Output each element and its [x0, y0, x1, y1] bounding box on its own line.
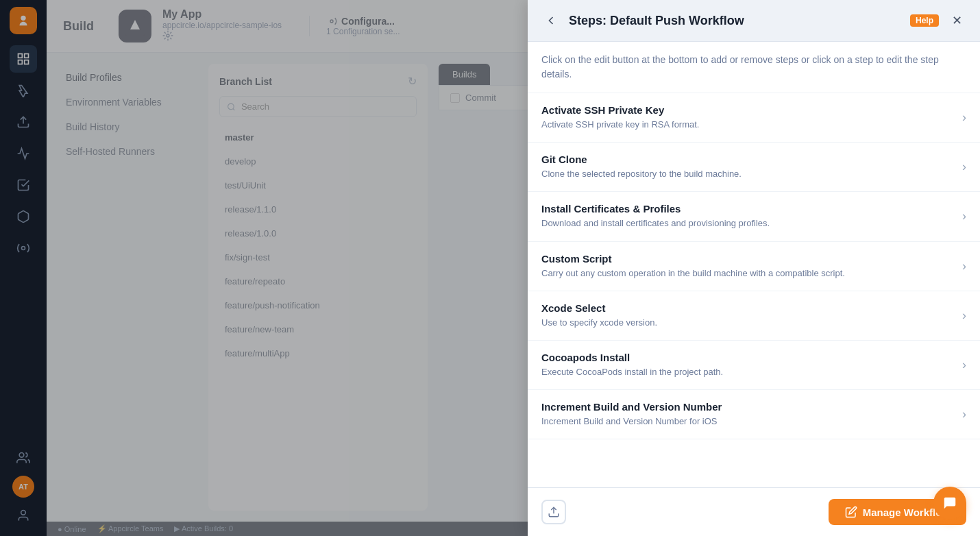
step-item-increment[interactable]: Increment Build and Version Number Incre… — [528, 390, 980, 439]
pencil-icon — [845, 506, 857, 518]
drawer-close-button[interactable]: ✕ — [947, 11, 966, 30]
step-script-arrow: › — [962, 259, 966, 273]
steps-drawer: Steps: Default Push Workflow Help ✕ Clic… — [528, 0, 980, 536]
step-xcode-desc: Use to specify xcode version. — [541, 317, 954, 329]
step-item-cocoapods[interactable]: Cocoapods Install Execute CocoaPods inst… — [528, 341, 980, 390]
drawer-back-button[interactable] — [541, 11, 561, 30]
step-ssh-desc: Activate SSH private key in RSA format. — [541, 119, 954, 131]
step-certs-arrow: › — [962, 209, 966, 223]
help-badge[interactable]: Help — [910, 14, 939, 27]
step-increment-arrow: › — [962, 407, 966, 422]
step-certs-desc: Download and install certificates and pr… — [541, 217, 954, 230]
drawer-footer: Manage Workflow — [528, 487, 980, 536]
drawer-steps-list: Activate SSH Private Key Activate SSH pr… — [528, 93, 980, 487]
step-xcode-arrow: › — [962, 308, 966, 323]
step-increment-title: Increment Build and Version Number — [541, 401, 954, 413]
step-script-title: Custom Script — [541, 253, 954, 265]
step-cocoa-arrow: › — [962, 358, 966, 372]
drawer-title: Steps: Default Push Workflow — [569, 14, 902, 28]
drawer-description: Click on the edit button at the bottom t… — [528, 42, 980, 93]
step-script-desc: Carry out any custom operation in the bu… — [541, 267, 954, 280]
upload-button[interactable] — [541, 500, 566, 524]
step-cocoa-title: Cocoapods Install — [541, 352, 954, 363]
step-item-custom-script[interactable]: Custom Script Carry out any custom opera… — [528, 242, 980, 291]
step-increment-desc: Increment Build and Version Number for i… — [541, 415, 954, 428]
chat-bubble-button[interactable] — [933, 487, 966, 520]
step-item-certs[interactable]: Install Certificates & Profiles Download… — [528, 192, 980, 241]
step-certs-title: Install Certificates & Profiles — [541, 203, 954, 215]
step-ssh-arrow: › — [962, 110, 966, 125]
step-item-git-clone[interactable]: Git Clone Clone the selected repository … — [528, 143, 980, 192]
drawer-header: Steps: Default Push Workflow Help ✕ — [528, 0, 980, 42]
step-git-arrow: › — [962, 160, 966, 174]
step-git-desc: Clone the selected repository to the bui… — [541, 168, 954, 180]
step-item-ssh[interactable]: Activate SSH Private Key Activate SSH pr… — [528, 93, 980, 143]
step-item-xcode-select[interactable]: Xcode Select Use to specify xcode versio… — [528, 291, 980, 341]
step-git-title: Git Clone — [541, 154, 954, 165]
step-ssh-title: Activate SSH Private Key — [541, 104, 954, 116]
step-xcode-title: Xcode Select — [541, 302, 954, 314]
step-cocoa-desc: Execute CocoaPods install in the project… — [541, 366, 954, 378]
